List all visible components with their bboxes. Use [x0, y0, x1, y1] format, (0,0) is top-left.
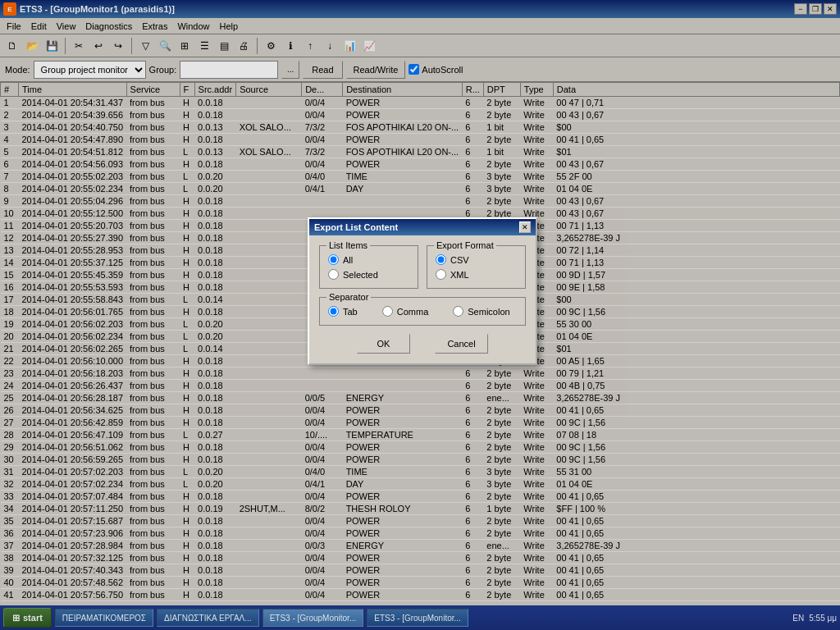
dialog-body: List Items All Selected Export [309, 235, 536, 363]
radio-csv[interactable]: CSV [436, 254, 517, 265]
radio-csv-input[interactable] [436, 254, 446, 265]
ok-button[interactable]: OK [357, 334, 410, 354]
radio-tab-label: Tab [343, 307, 358, 317]
radio-tab-input[interactable] [328, 306, 339, 317]
separator-section: Separator Tab Comma Semicolon [319, 297, 526, 326]
radio-selected-label: Selected [343, 270, 378, 280]
export-format-label: Export Format [434, 240, 496, 250]
dialog-top-section: List Items All Selected Export [319, 245, 526, 297]
radio-semicolon[interactable]: Semicolon [453, 306, 509, 317]
radio-all-input[interactable] [328, 254, 339, 265]
list-items-section: List Items All Selected [319, 245, 418, 289]
dialog-buttons: OK Cancel [319, 334, 526, 354]
radio-xml[interactable]: XML [436, 269, 517, 280]
export-format-section: Export Format CSV XML [427, 245, 526, 289]
radio-all-label: All [343, 255, 353, 265]
radio-xml-input[interactable] [436, 269, 446, 280]
dialog-close-button[interactable]: ✕ [519, 221, 531, 233]
export-format-radio-group: CSV XML [436, 254, 517, 280]
radio-comma-input[interactable] [382, 306, 393, 317]
radio-tab[interactable]: Tab [328, 306, 358, 317]
radio-selected[interactable]: Selected [328, 269, 409, 280]
separator-label: Separator [326, 292, 371, 302]
radio-comma-label: Comma [397, 307, 429, 317]
radio-all[interactable]: All [328, 254, 409, 265]
radio-comma[interactable]: Comma [382, 306, 429, 317]
dialog-title-bar: Export List Content ✕ [309, 219, 536, 235]
list-items-label: List Items [326, 240, 370, 250]
dialog-title-text: Export List Content [314, 222, 398, 232]
radio-xml-label: XML [450, 270, 469, 280]
radio-selected-input[interactable] [328, 269, 339, 280]
radio-csv-label: CSV [450, 255, 469, 265]
dialog-overlay: Export List Content ✕ List Items All Sel… [0, 0, 840, 630]
radio-semicolon-label: Semicolon [468, 307, 509, 317]
cancel-button[interactable]: Cancel [435, 334, 488, 354]
radio-semicolon-input[interactable] [453, 306, 463, 317]
separator-radio-group: Tab Comma Semicolon [328, 306, 517, 317]
list-items-radio-group: All Selected [328, 254, 409, 280]
export-dialog: Export List Content ✕ List Items All Sel… [308, 217, 537, 365]
